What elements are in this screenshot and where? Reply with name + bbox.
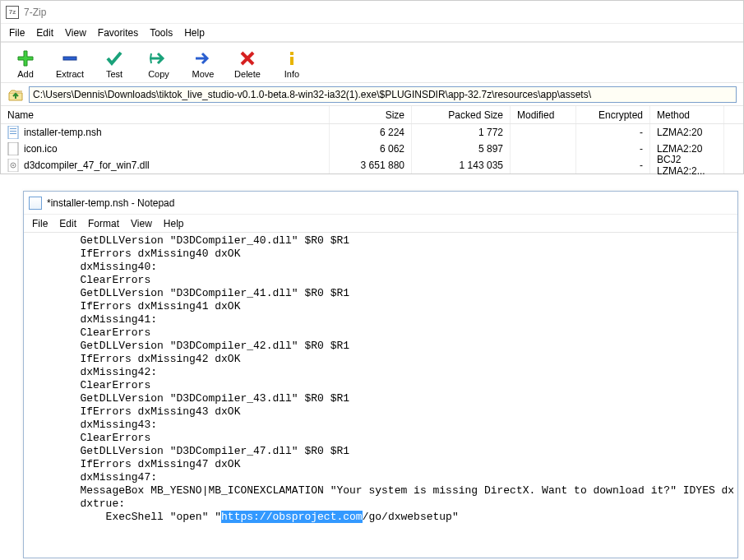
tool-extract[interactable]: Extract bbox=[53, 49, 86, 79]
move-arrow-icon bbox=[193, 49, 213, 67]
file-method: LZMA2:20 bbox=[650, 124, 724, 141]
file-modified bbox=[511, 157, 576, 174]
file-name: d3dcompiler_47_for_win7.dll bbox=[24, 160, 150, 171]
copy-arrow-icon bbox=[149, 49, 169, 67]
file-icon bbox=[7, 159, 19, 172]
up-folder-icon[interactable] bbox=[7, 86, 24, 103]
check-icon bbox=[104, 49, 124, 67]
file-icon bbox=[7, 126, 19, 139]
np-menu-help[interactable]: Help bbox=[164, 218, 184, 229]
menu-view[interactable]: View bbox=[65, 27, 86, 39]
notepad-app-icon bbox=[29, 197, 42, 210]
file-listview: Name Size Packed Size Modified Encrypted… bbox=[1, 106, 743, 174]
plus-icon bbox=[16, 49, 35, 67]
table-row[interactable]: icon.ico6 0625 897-LZMA2:20 bbox=[1, 141, 743, 157]
np-menu-format[interactable]: Format bbox=[88, 218, 119, 229]
file-modified bbox=[511, 124, 576, 141]
tool-add[interactable]: Add bbox=[9, 49, 42, 79]
listview-body: installer-temp.nsh6 2241 772-LZMA2:20ico… bbox=[1, 124, 743, 174]
np-menu-view[interactable]: View bbox=[131, 218, 152, 229]
menu-edit[interactable]: Edit bbox=[36, 27, 53, 39]
svg-rect-1 bbox=[290, 52, 293, 55]
menu-file[interactable]: File bbox=[9, 27, 25, 39]
minus-icon bbox=[60, 49, 80, 67]
tool-copy[interactable]: Copy bbox=[142, 49, 175, 79]
notepad-title: *installer-temp.nsh - Notepad bbox=[47, 197, 174, 209]
notepad-titlebar[interactable]: *installer-temp.nsh - Notepad bbox=[24, 192, 737, 215]
file-name: icon.ico bbox=[24, 143, 58, 155]
file-packed: 5 897 bbox=[412, 141, 511, 157]
7zip-window: 7z 7-Zip File Edit View Favorites Tools … bbox=[0, 0, 744, 174]
svg-rect-4 bbox=[10, 128, 16, 129]
col-encrypted[interactable]: Encrypted bbox=[576, 106, 650, 123]
svg-rect-3 bbox=[8, 126, 18, 139]
file-encrypted: - bbox=[576, 141, 650, 157]
listview-header[interactable]: Name Size Packed Size Modified Encrypted… bbox=[1, 106, 743, 124]
svg-rect-6 bbox=[10, 133, 16, 134]
info-icon bbox=[282, 49, 302, 67]
7zip-title: 7-Zip bbox=[24, 7, 46, 18]
col-packed[interactable]: Packed Size bbox=[412, 106, 511, 123]
col-method[interactable]: Method bbox=[650, 106, 724, 123]
file-packed: 1 772 bbox=[412, 124, 511, 141]
col-size[interactable]: Size bbox=[330, 106, 412, 123]
7zip-pathbar bbox=[1, 83, 743, 106]
file-encrypted: - bbox=[576, 157, 650, 174]
table-row[interactable]: d3dcompiler_47_for_win7.dll3 651 8801 14… bbox=[1, 157, 743, 174]
file-modified bbox=[511, 141, 576, 157]
table-row[interactable]: installer-temp.nsh6 2241 772-LZMA2:20 bbox=[1, 124, 743, 141]
notepad-menubar: File Edit Format View Help bbox=[24, 215, 737, 233]
tool-info[interactable]: Info bbox=[275, 49, 308, 79]
7zip-app-icon: 7z bbox=[6, 6, 19, 19]
7zip-menubar: File Edit View Favorites Tools Help bbox=[1, 24, 743, 42]
menu-favorites[interactable]: Favorites bbox=[98, 27, 138, 39]
7zip-titlebar[interactable]: 7z 7-Zip bbox=[1, 1, 743, 24]
menu-tools[interactable]: Tools bbox=[150, 27, 173, 39]
col-modified[interactable]: Modified bbox=[511, 106, 576, 123]
file-packed: 1 143 035 bbox=[412, 157, 511, 174]
file-method: BCJ2 LZMA2:2... bbox=[650, 157, 724, 174]
file-encrypted: - bbox=[576, 124, 650, 141]
np-menu-file[interactable]: File bbox=[32, 218, 48, 229]
x-icon bbox=[238, 49, 257, 67]
svg-point-10 bbox=[12, 164, 14, 166]
svg-rect-0 bbox=[63, 57, 76, 60]
notepad-text-area[interactable]: GetDLLVersion "D3DCompiler_40.dll" $R0 $… bbox=[24, 233, 737, 525]
file-size: 6 062 bbox=[330, 141, 412, 157]
tool-move[interactable]: Move bbox=[187, 49, 220, 79]
file-icon bbox=[7, 142, 19, 155]
col-name[interactable]: Name bbox=[1, 106, 330, 123]
tool-delete[interactable]: Delete bbox=[231, 49, 264, 79]
svg-rect-2 bbox=[290, 57, 293, 65]
svg-rect-5 bbox=[10, 131, 16, 132]
path-input[interactable] bbox=[29, 86, 737, 103]
notepad-window: *installer-temp.nsh - Notepad File Edit … bbox=[23, 191, 738, 558]
np-menu-edit[interactable]: Edit bbox=[59, 218, 76, 229]
selected-text: https://obsproject.com bbox=[221, 511, 363, 523]
tool-test[interactable]: Test bbox=[98, 49, 131, 79]
7zip-toolbar: Add Extract Test Copy Move bbox=[1, 42, 743, 83]
menu-help[interactable]: Help bbox=[184, 27, 205, 39]
svg-rect-7 bbox=[8, 142, 18, 155]
file-name: installer-temp.nsh bbox=[24, 127, 102, 138]
file-size: 3 651 880 bbox=[330, 157, 412, 174]
file-size: 6 224 bbox=[330, 124, 412, 141]
